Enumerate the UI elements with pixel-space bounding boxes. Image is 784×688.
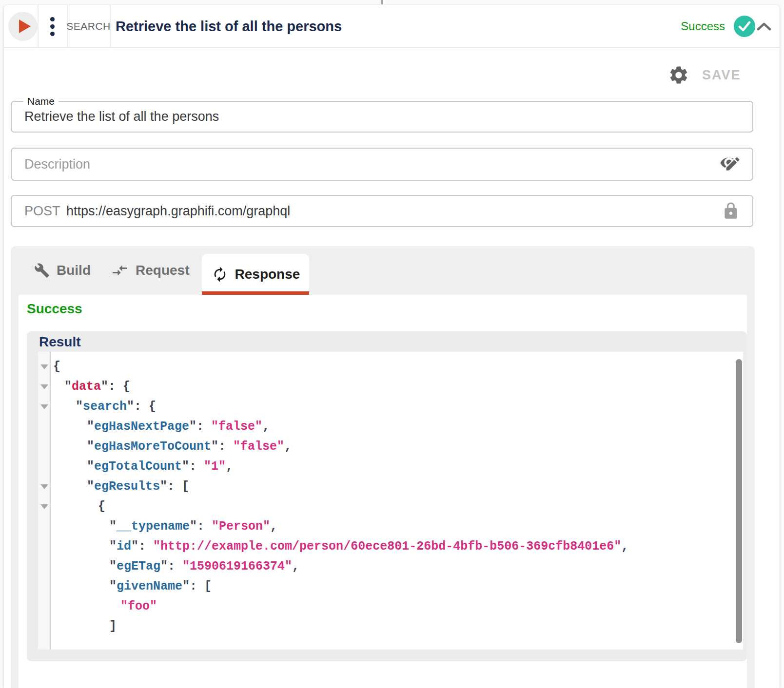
collapse-button[interactable] xyxy=(754,5,774,48)
active-tab-indicator xyxy=(202,291,309,295)
code-lines: {"data": {"search": {"egHasNextPage": "f… xyxy=(52,352,733,636)
kebab-dot xyxy=(50,32,55,36)
code-line: "egTotalCount": "1", xyxy=(52,457,733,477)
header-divider xyxy=(110,5,111,48)
tab-response-label: Response xyxy=(235,267,300,282)
code-line: "egHasNextPage": "false", xyxy=(52,417,733,437)
code-line: "egETag": "1590619166374", xyxy=(52,556,733,576)
code-line: "egHasMoreToCount": "false", xyxy=(52,437,733,457)
request-card: SEARCH Retrieve the list of all the pers… xyxy=(4,5,780,688)
header-divider xyxy=(38,5,39,48)
autorenew-icon xyxy=(212,266,228,283)
code-line: "data": { xyxy=(52,377,733,397)
api-request-panel: SEARCH Retrieve the list of all the pers… xyxy=(0,0,784,688)
code-line: "__typename": "Person", xyxy=(52,516,733,536)
collapse-caret-icon[interactable] xyxy=(40,484,48,489)
collapse-caret-icon[interactable] xyxy=(40,404,48,409)
settings-button[interactable] xyxy=(668,64,690,86)
code-line: "egResults": [ xyxy=(52,477,733,497)
play-icon xyxy=(19,19,31,33)
request-title: Retrieve the list of all the persons xyxy=(116,5,342,48)
wrench-icon xyxy=(34,263,50,278)
endpoint-field[interactable]: POST https://easygraph.graphifi.com/grap… xyxy=(11,195,753,227)
status-cluster: Success xyxy=(681,5,755,48)
code-line: { xyxy=(52,497,733,516)
name-input[interactable] xyxy=(24,102,658,132)
code-line: "givenName": [ xyxy=(52,576,733,596)
code-line: "foo" xyxy=(52,596,733,616)
description-field xyxy=(11,148,753,181)
code-line: "id": "http://example.com/person/60ece80… xyxy=(52,536,733,556)
tab-bar: Build Request Response xyxy=(11,246,755,295)
tab-response[interactable]: Response xyxy=(202,254,309,295)
run-button[interactable] xyxy=(8,12,38,41)
request-header: SEARCH Retrieve the list of all the pers… xyxy=(4,5,780,48)
kebab-dot xyxy=(50,17,55,21)
result-label: Result xyxy=(39,334,81,350)
markdown-preview-button[interactable] xyxy=(719,153,743,176)
code-line: { xyxy=(52,357,733,377)
tab-build[interactable]: Build xyxy=(34,246,91,295)
eye-edit-icon xyxy=(720,153,742,175)
operation-type-label: SEARCH xyxy=(67,5,110,48)
json-viewer: {"data": {"search": {"egHasNextPage": "f… xyxy=(38,352,743,650)
top-divider-tick xyxy=(381,0,383,4)
chevron-up-icon xyxy=(757,22,771,31)
gear-icon xyxy=(668,64,689,86)
code-gutter xyxy=(38,352,51,650)
tab-request-label: Request xyxy=(136,263,189,278)
collapse-caret-icon[interactable] xyxy=(40,384,48,389)
name-field: Name xyxy=(11,101,753,133)
more-menu-button[interactable] xyxy=(46,5,58,48)
collapse-caret-icon[interactable] xyxy=(40,504,48,509)
result-panel: Result {"data": {"search": {"egHasNextPa… xyxy=(27,331,747,661)
description-input[interactable] xyxy=(24,149,658,180)
response-status-heading: Success xyxy=(27,301,82,317)
kebab-dot xyxy=(50,24,55,29)
save-button[interactable]: SAVE xyxy=(702,64,741,86)
status-label: Success xyxy=(681,19,725,33)
compare-arrows-icon xyxy=(111,262,129,279)
result-scrollbar[interactable] xyxy=(736,359,742,643)
collapse-caret-icon[interactable] xyxy=(40,364,48,369)
http-method-label: POST xyxy=(24,196,60,226)
success-check-icon xyxy=(734,16,755,37)
endpoint-url: https://easygraph.graphifi.com/graphql xyxy=(66,196,290,226)
lock-icon xyxy=(719,199,743,223)
request-tabs-panel: Build Request Response Success Result xyxy=(11,246,755,688)
code-line: ] xyxy=(52,616,733,636)
tab-request[interactable]: Request xyxy=(111,246,189,295)
code-line: "search": { xyxy=(52,397,733,417)
tab-build-label: Build xyxy=(57,263,91,278)
response-tab-content: Success Result {"data": {"search": {"egH… xyxy=(19,295,747,688)
